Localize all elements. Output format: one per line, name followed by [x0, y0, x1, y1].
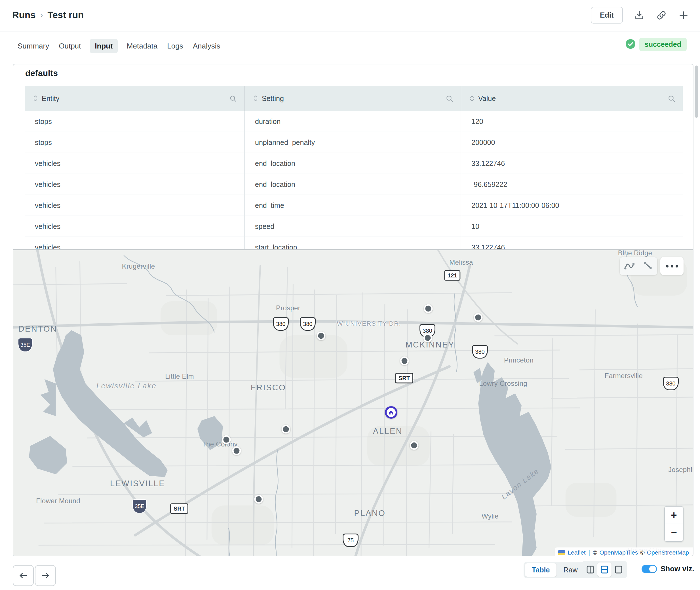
map-zoom-control: + − — [664, 506, 684, 542]
value-cell: 120 — [461, 111, 683, 132]
map-more-button[interactable] — [660, 257, 684, 275]
tab[interactable]: Analysis — [192, 39, 221, 53]
attribution-part[interactable]: Leaflet — [568, 549, 585, 556]
edit-button[interactable]: Edit — [591, 7, 623, 23]
next-button[interactable] — [35, 565, 56, 586]
map-label: DENTON — [18, 324, 57, 333]
table-scrollbar[interactable] — [695, 66, 698, 118]
table-row[interactable]: stops unplanned_penalty 200000 — [25, 132, 683, 153]
tab[interactable]: Summary — [17, 39, 49, 53]
entity-cell: stops — [25, 111, 245, 132]
ellipsis-dot — [666, 265, 669, 268]
column-label: Setting — [262, 94, 284, 103]
search-icon[interactable] — [446, 95, 453, 104]
stop-marker[interactable] — [317, 331, 326, 340]
single-pane-button[interactable] — [611, 563, 626, 577]
sort-icon[interactable] — [470, 95, 474, 102]
attribution-part[interactable]: © — [593, 549, 597, 556]
map-label: Josephine — [668, 466, 693, 474]
setting-cell: end_time — [245, 195, 461, 216]
view-mode-button[interactable]: Table — [525, 563, 557, 577]
stop-marker[interactable] — [222, 435, 231, 444]
route-shield: 75 — [342, 533, 359, 547]
split-rows-button[interactable] — [597, 563, 611, 577]
stop-marker[interactable] — [400, 357, 409, 365]
column-header[interactable]: Setting — [245, 86, 461, 111]
stop-marker[interactable] — [232, 447, 241, 455]
split-columns-button[interactable] — [583, 563, 597, 577]
straight-line-icon[interactable] — [642, 260, 654, 272]
depot-home-marker[interactable] — [385, 406, 397, 419]
tab[interactable]: Input — [90, 39, 118, 53]
arrow-left-icon — [18, 571, 28, 580]
breadcrumb-current: Test run — [47, 10, 84, 20]
map-label: Lewisville Lake — [96, 382, 157, 390]
route-path-icon[interactable] — [623, 260, 635, 272]
search-icon[interactable] — [229, 95, 237, 104]
attribution-part[interactable]: OpenMapTiles — [599, 549, 638, 556]
map-label: Blue Ridge — [618, 249, 652, 257]
table-row[interactable]: vehicles speed 10 — [25, 216, 683, 237]
attribution-part[interactable]: OpenStreetMap — [647, 549, 689, 556]
stop-marker[interactable] — [474, 313, 483, 322]
tab-bar: SummaryOutputInputMetadataLogsAnalysis — [17, 39, 221, 53]
table-row[interactable]: vehicles end_location -96.659222 — [25, 174, 683, 195]
attribution-links: Leaflet|©OpenMapTiles©OpenStreetMap — [568, 549, 689, 556]
table-body: stops duration 120 stops unplanned_penal… — [25, 111, 683, 258]
sort-icon[interactable] — [253, 95, 258, 102]
breadcrumb-runs[interactable]: Runs — [12, 10, 36, 20]
attribution-part[interactable]: © — [640, 549, 644, 556]
columns-layout-icon — [586, 565, 595, 574]
route-shield: 380 — [300, 317, 316, 331]
table-row[interactable]: vehicles end_location 33.122746 — [25, 153, 683, 174]
stop-marker[interactable] — [282, 425, 290, 434]
stop-marker[interactable] — [410, 441, 419, 450]
map[interactable]: KrugervilleMelissaBlue RidgeProsperW UNI… — [13, 249, 693, 556]
map-label: Wylie — [482, 512, 499, 520]
value-cell: 2021-10-17T11:00:00-06:00 — [461, 195, 683, 216]
search-icon[interactable] — [668, 95, 675, 104]
map-label: ALLEN — [373, 427, 402, 436]
route-shield: SRT — [395, 373, 413, 384]
map-label: Farmersville — [605, 372, 643, 380]
stop-marker[interactable] — [424, 304, 433, 313]
map-label: Lowry Crossing — [479, 380, 527, 387]
prev-button[interactable] — [13, 565, 34, 586]
entity-cell: vehicles — [25, 174, 245, 195]
tab[interactable]: Logs — [167, 39, 184, 53]
link-icon[interactable] — [656, 10, 667, 21]
column-header[interactable]: Entity — [25, 86, 245, 111]
zoom-in-button[interactable]: + — [665, 507, 683, 524]
table-row[interactable]: vehicles end_time 2021-10-17T11:00:00-06… — [25, 195, 683, 216]
map-attribution: Leaflet|©OpenMapTiles©OpenStreetMap — [555, 548, 693, 556]
stop-marker[interactable] — [255, 495, 263, 504]
success-check-icon — [625, 39, 635, 50]
stop-marker[interactable] — [423, 333, 432, 342]
section-title: defaults — [25, 68, 58, 78]
view-mode-button[interactable]: Raw — [557, 563, 584, 577]
table-row[interactable]: stops duration 120 — [25, 111, 683, 132]
ukraine-flag-icon — [558, 550, 565, 555]
run-detail-page: Runs › Test run Edit SummaryOutputInputM… — [0, 0, 700, 590]
tab[interactable]: Output — [58, 39, 81, 53]
header-actions: Edit — [591, 7, 689, 23]
defaults-table: Entity Sett — [25, 86, 683, 258]
column-header[interactable]: Value — [461, 86, 683, 111]
map-label: FRISCO — [251, 383, 286, 392]
zoom-out-button[interactable]: − — [665, 524, 683, 541]
download-icon[interactable] — [634, 10, 645, 21]
attribution-part[interactable]: | — [589, 549, 590, 556]
map-label: LEWISVILLE — [110, 479, 165, 488]
add-icon[interactable] — [678, 10, 689, 21]
rows-layout-icon — [600, 565, 609, 574]
show-viz-toggle[interactable] — [641, 565, 657, 573]
route-shield: 121 — [444, 270, 460, 281]
map-label: Little Elm — [165, 373, 194, 380]
value-cell: 200000 — [461, 132, 683, 153]
route-shield: 35E — [132, 499, 147, 513]
header-divider — [0, 31, 700, 31]
sort-icon[interactable] — [33, 95, 38, 102]
setting-cell: unplanned_penalty — [245, 132, 461, 153]
table-header: Entity Sett — [25, 86, 683, 111]
tab[interactable]: Metadata — [126, 39, 158, 53]
